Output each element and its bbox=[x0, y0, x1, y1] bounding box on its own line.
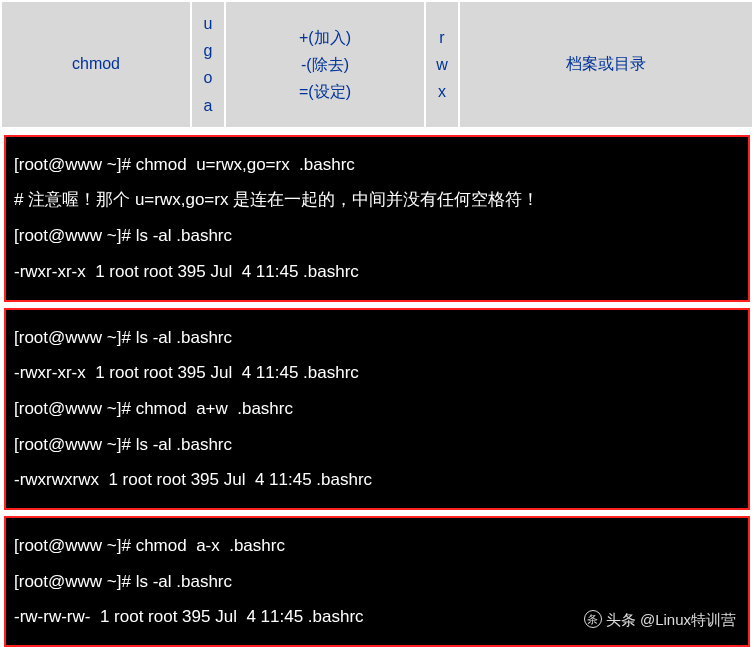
chmod-syntax-table: chmod u g o a +(加入) -(除去) =(设定) r w x 档案… bbox=[0, 0, 754, 129]
cell-perms: r w x bbox=[425, 1, 459, 128]
who-u: u bbox=[198, 10, 218, 37]
terminal-block-2: [root@www ~]# ls -al .bashrc -rwxr-xr-x … bbox=[4, 308, 750, 510]
op-remove: -(除去) bbox=[232, 51, 418, 78]
term-line: [root@www ~]# ls -al .bashrc bbox=[14, 427, 740, 463]
term-line: -rwxr-xr-x 1 root root 395 Jul 4 11:45 .… bbox=[14, 355, 740, 391]
term-line: -rwxrwxrwx 1 root root 395 Jul 4 11:45 .… bbox=[14, 462, 740, 498]
term-line: [root@www ~]# chmod a-x .bashrc bbox=[14, 528, 740, 564]
who-o: o bbox=[198, 64, 218, 91]
op-set: =(设定) bbox=[232, 78, 418, 105]
term-line: [root@www ~]# chmod a+w .bashrc bbox=[14, 391, 740, 427]
terminal-block-1: [root@www ~]# chmod u=rwx,go=rx .bashrc … bbox=[4, 135, 750, 302]
terminal-block-3: [root@www ~]# chmod a-x .bashrc [root@ww… bbox=[4, 516, 750, 647]
cell-target: 档案或目录 bbox=[459, 1, 753, 128]
term-line: [root@www ~]# ls -al .bashrc bbox=[14, 320, 740, 356]
term-line: [root@www ~]# ls -al .bashrc bbox=[14, 218, 740, 254]
term-line: [root@www ~]# ls -al .bashrc bbox=[14, 564, 740, 600]
op-add: +(加入) bbox=[232, 24, 418, 51]
who-g: g bbox=[198, 37, 218, 64]
perm-x: x bbox=[432, 78, 452, 105]
watermark-prefix: 头条 bbox=[606, 604, 636, 636]
term-line: # 注意喔！那个 u=rwx,go=rx 是连在一起的，中间并没有任何空格符！ bbox=[14, 182, 740, 218]
term-line: -rwxr-xr-x 1 root root 395 Jul 4 11:45 .… bbox=[14, 254, 740, 290]
watermark-handle: @Linux特训营 bbox=[640, 604, 736, 636]
cell-command: chmod bbox=[1, 1, 191, 128]
cell-operators: +(加入) -(除去) =(设定) bbox=[225, 1, 425, 128]
term-line: [root@www ~]# chmod u=rwx,go=rx .bashrc bbox=[14, 147, 740, 183]
watermark: 条 头条 @Linux特训营 bbox=[584, 604, 736, 636]
toutiao-icon: 条 bbox=[584, 610, 602, 628]
perm-r: r bbox=[432, 24, 452, 51]
who-a: a bbox=[198, 92, 218, 119]
cell-who: u g o a bbox=[191, 1, 225, 128]
perm-w: w bbox=[432, 51, 452, 78]
